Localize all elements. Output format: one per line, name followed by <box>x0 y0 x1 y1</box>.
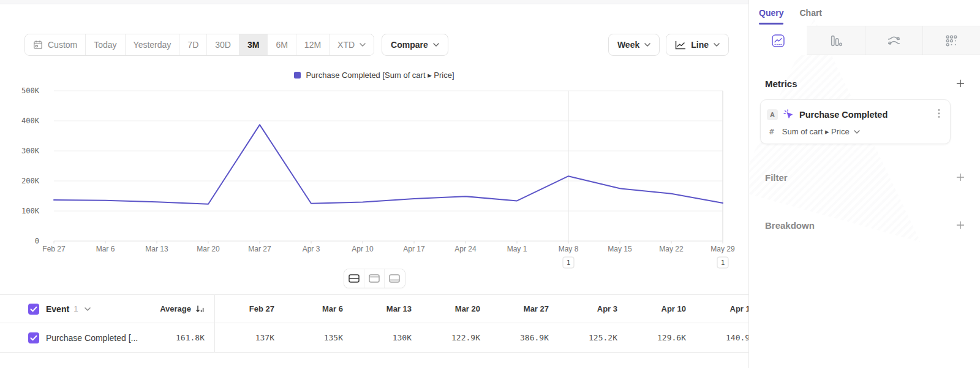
table-cell-value: 135K <box>283 333 352 342</box>
metric-card[interactable]: A Purchase Completed # Sum of cart ▸ Pri… <box>760 99 951 144</box>
line-chart-icon <box>675 40 686 50</box>
chevron-down-icon[interactable] <box>85 307 91 311</box>
add-breakdown-button[interactable] <box>953 218 968 232</box>
range-custom[interactable]: Custom <box>25 34 86 55</box>
metric-menu-button[interactable] <box>935 107 943 121</box>
x-axis-tick: Mar 6 <box>96 245 115 253</box>
series-line[interactable] <box>54 125 723 204</box>
table-col-header[interactable]: Apr 10 <box>626 304 695 313</box>
svg-text:1: 1 <box>721 259 725 267</box>
range-12m[interactable]: 12M <box>296 34 330 55</box>
breakdown-title: Breakdown <box>765 220 815 231</box>
range-label: 3M <box>247 40 259 50</box>
average-value: 161.8K <box>176 333 205 342</box>
panel-tabs: Query Chart <box>749 0 980 26</box>
range-label: Custom <box>48 40 77 50</box>
x-axis-tick: May 29 <box>710 245 735 253</box>
layout-split-view-button[interactable] <box>344 269 364 288</box>
range-yesterday[interactable]: Yesterday <box>126 34 180 55</box>
chevron-down-icon <box>644 43 650 47</box>
metric-letter-badge: A <box>767 109 778 120</box>
table-cell-value: 137K <box>214 323 283 352</box>
x-axis-tick: Feb 27 <box>42 245 66 253</box>
compare-button[interactable]: Compare <box>382 34 448 56</box>
filter-section: Filter <box>749 170 980 185</box>
chart-legend: Purchase Completed [Sum of cart ▸ Price] <box>0 70 748 81</box>
chart-type-flow-tab[interactable] <box>865 26 922 55</box>
chart-type-retention-tab[interactable] <box>922 26 980 55</box>
table-col-header[interactable]: Mar 27 <box>489 304 557 313</box>
chart-type-bar-tab[interactable] <box>807 26 864 55</box>
x-axis-tick: May 22 <box>659 245 684 253</box>
y-axis-tick: 0 <box>35 237 39 245</box>
x-axis-tick: May 1 <box>507 245 527 253</box>
range-30d[interactable]: 30D <box>207 34 239 55</box>
x-axis-tick: Mar 20 <box>197 245 220 253</box>
x-axis-tick: May 15 <box>608 245 632 253</box>
y-axis-tick: 400K <box>21 117 40 125</box>
tab-query[interactable]: Query <box>759 0 783 26</box>
tab-chart[interactable]: Chart <box>799 0 822 26</box>
range-6m[interactable]: 6M <box>268 34 296 55</box>
table-col-header[interactable]: Feb 27 <box>214 295 283 323</box>
x-axis-tick: Apr 17 <box>403 245 425 253</box>
chart-type-label: Line <box>691 40 709 50</box>
event-column-label: Event <box>46 304 69 314</box>
y-axis-tick: 200K <box>21 177 40 185</box>
add-filter-button[interactable] <box>953 170 968 185</box>
row-checkbox[interactable] <box>28 332 39 343</box>
add-metric-button[interactable] <box>953 76 968 91</box>
y-axis-tick: 500K <box>21 87 40 95</box>
report-canvas: CustomTodayYesterday7D30D3M6M12MXTD Comp… <box>0 4 748 368</box>
series-swatch <box>294 72 301 79</box>
split-view-icon <box>349 274 360 283</box>
range-label: 12M <box>304 40 321 50</box>
chart-only-top-icon <box>369 274 380 283</box>
analytics-app: CustomTodayYesterday7D30D3M6M12MXTD Comp… <box>0 0 980 368</box>
aggregation-selector[interactable]: # Sum of cart ▸ Price <box>767 127 943 136</box>
chart-type-button[interactable]: Line <box>666 34 729 56</box>
average-column-header[interactable]: Average <box>145 304 214 313</box>
granularity-button[interactable]: Week <box>608 34 660 56</box>
average-label: Average <box>160 304 191 313</box>
event-count: 1 <box>74 304 78 313</box>
range-7d[interactable]: 7D <box>179 34 207 55</box>
kebab-menu-icon <box>938 109 940 118</box>
checkmark-icon <box>30 306 37 312</box>
range-label: XTD <box>337 40 355 50</box>
series-label: Purchase Completed [Sum of cart ▸ Price] <box>306 71 454 80</box>
breakdown-table: Event 1 Average Feb 27Mar 6Mar 13Mar 20M… <box>0 294 748 353</box>
x-axis-tick: Apr 24 <box>454 245 477 253</box>
retention-dots-icon <box>945 34 958 47</box>
table-col-header[interactable]: Apr 17 <box>695 304 748 313</box>
table-cell-value: 130K <box>352 333 420 342</box>
plus-icon <box>956 172 965 182</box>
range-3m[interactable]: 3M <box>239 34 268 55</box>
x-axis-tick: Apr 10 <box>352 245 374 253</box>
table-col-header[interactable]: Mar 13 <box>352 304 420 313</box>
x-axis-tick: Mar 13 <box>145 245 168 253</box>
aggregation-label: Sum of cart ▸ Price <box>782 127 850 136</box>
table-col-header[interactable]: Mar 20 <box>420 304 489 313</box>
row-series-label: Purchase Completed [... <box>46 333 138 343</box>
table-cell-value: 129.6K <box>626 333 695 342</box>
chart-only-bottom-icon <box>389 274 400 283</box>
range-label: Today <box>94 40 116 50</box>
range-xtd[interactable]: XTD <box>330 34 374 55</box>
layout-chart-only-bottom-button[interactable] <box>385 269 405 288</box>
table-cell-value: 125.2K <box>557 333 626 342</box>
y-axis-tick: 300K <box>21 147 40 155</box>
granularity-label: Week <box>617 40 639 50</box>
metrics-title: Metrics <box>765 79 797 89</box>
table-col-header[interactable]: Mar 6 <box>283 304 352 313</box>
chart-type-insights-tab[interactable] <box>749 26 807 55</box>
layout-chart-only-top-button[interactable] <box>364 269 385 288</box>
chevron-down-icon <box>360 43 366 47</box>
range-today[interactable]: Today <box>86 34 125 55</box>
calendar-icon <box>33 40 43 50</box>
select-all-checkbox[interactable] <box>28 304 39 315</box>
table-col-header[interactable]: Apr 3 <box>557 304 626 313</box>
chevron-down-icon <box>714 43 720 47</box>
table-header-row: Event 1 Average Feb 27Mar 6Mar 13Mar 20M… <box>0 295 748 323</box>
line-chart: 500K400K300K200K100K0Feb 27Mar 6Mar 13Ma… <box>0 87 748 271</box>
